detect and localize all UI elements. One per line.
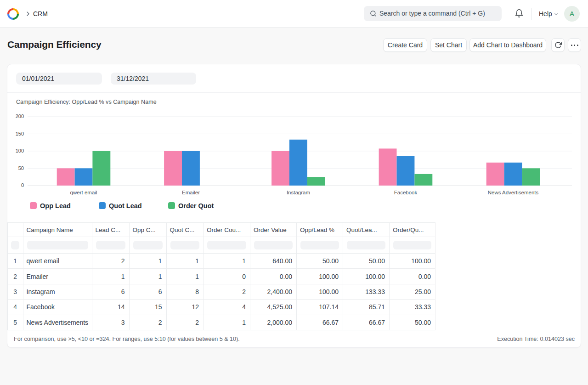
- svg-text:100: 100: [16, 148, 24, 153]
- svg-text:200: 200: [16, 113, 24, 119]
- svg-text:0: 0: [21, 182, 24, 188]
- svg-text:qwert email: qwert email: [70, 190, 97, 195]
- svg-text:50: 50: [18, 165, 24, 171]
- svg-text:Emailer: Emailer: [182, 190, 200, 195]
- svg-text:150: 150: [16, 131, 24, 136]
- svg-text:News Advertisements: News Advertisements: [488, 190, 539, 195]
- svg-text:Instagram: Instagram: [287, 190, 310, 195]
- svg-text:Facebook: Facebook: [394, 190, 418, 195]
